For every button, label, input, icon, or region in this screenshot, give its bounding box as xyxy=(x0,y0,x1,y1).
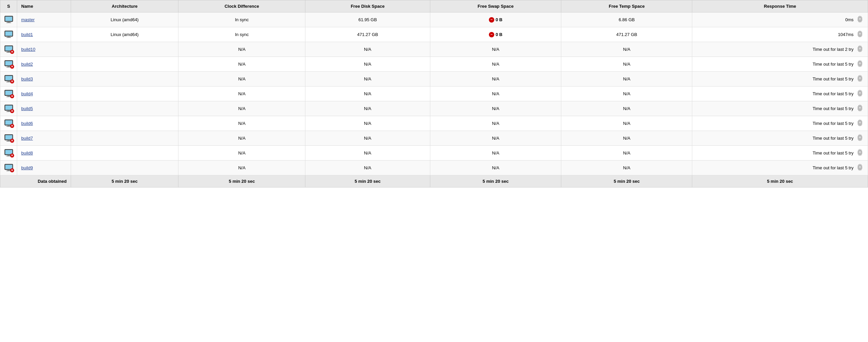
col-header-name: Name xyxy=(17,0,71,12)
gear-icon[interactable] xyxy=(856,15,864,24)
node-link[interactable]: build5 xyxy=(21,106,33,111)
temp-cell: N/A xyxy=(561,42,692,57)
svg-rect-26 xyxy=(7,81,10,82)
status-cell: ✕ xyxy=(0,101,17,116)
gear-icon[interactable] xyxy=(856,163,864,172)
status-icon: ✕ xyxy=(3,119,14,128)
disk-cell: N/A xyxy=(305,161,430,175)
swap-cell: N/A xyxy=(430,146,561,161)
node-link[interactable]: build7 xyxy=(21,136,33,141)
table-footer-row: Data obtained 5 min 20 sec 5 min 20 sec … xyxy=(0,175,868,187)
architecture-cell xyxy=(71,161,179,175)
clock-cell: N/A xyxy=(179,131,305,146)
status-cell: ✕ xyxy=(0,161,17,175)
temp-cell: 471.27 GB xyxy=(561,27,692,42)
node-name-cell: build2 xyxy=(17,57,71,72)
svg-point-17 xyxy=(859,48,861,50)
svg-rect-38 xyxy=(7,111,10,112)
node-link[interactable]: build1 xyxy=(21,32,33,37)
node-name-cell: build7 xyxy=(17,131,71,146)
status-icon: ✕ xyxy=(3,163,14,172)
clock-cell: N/A xyxy=(179,57,305,72)
gear-icon[interactable] xyxy=(856,134,864,143)
footer-response: 5 min 20 sec xyxy=(692,175,868,187)
table-row: ✕build6N/AN/AN/AN/ATime out for last 5 t… xyxy=(0,116,868,131)
swap-cell: N/A xyxy=(430,131,561,146)
temp-cell: 6.86 GB xyxy=(561,12,692,27)
nodes-table: S Name Architecture Clock Difference Fre… xyxy=(0,0,868,187)
response-cell: Time out for last 5 try xyxy=(692,87,868,101)
status-cell: ✕ xyxy=(0,116,17,131)
table-row: ✕build2N/AN/AN/AN/ATime out for last 5 t… xyxy=(0,57,868,72)
swap-cell: N/A xyxy=(430,116,561,131)
response-cell: Time out for last 5 try xyxy=(692,72,868,87)
response-time-value: Time out for last 5 try xyxy=(812,76,854,82)
gear-icon[interactable] xyxy=(856,149,864,158)
node-name-cell: build8 xyxy=(17,146,71,161)
node-link[interactable]: build2 xyxy=(21,62,33,67)
error-badge: ✕ xyxy=(10,50,14,54)
node-link[interactable]: master xyxy=(21,17,35,22)
disk-cell: N/A xyxy=(305,101,430,116)
node-link[interactable]: build10 xyxy=(21,47,35,52)
temp-cell: N/A xyxy=(561,146,692,161)
col-header-swap: Free Swap Space xyxy=(430,0,561,12)
temp-cell: N/A xyxy=(561,87,692,101)
zero-swap-badge: − 0 B xyxy=(489,17,502,23)
node-link[interactable]: build3 xyxy=(21,76,33,82)
svg-rect-2 xyxy=(7,22,10,23)
node-name-cell: build1 xyxy=(17,27,71,42)
table-header-row: S Name Architecture Clock Difference Fre… xyxy=(0,0,868,12)
zero-bytes-label: 0 B xyxy=(496,17,502,22)
svg-point-11 xyxy=(859,33,861,35)
response-time-value: Time out for last 5 try xyxy=(812,151,854,156)
footer-temp: 5 min 20 sec xyxy=(561,175,692,187)
temp-cell: N/A xyxy=(561,72,692,87)
gear-icon[interactable] xyxy=(856,119,864,128)
table-row: ✕build5N/AN/AN/AN/ATime out for last 5 t… xyxy=(0,101,868,116)
response-time-value: Time out for last 5 try xyxy=(812,136,854,141)
disk-cell: 471.27 GB xyxy=(305,27,430,42)
architecture-cell xyxy=(71,42,179,57)
swap-cell: N/A xyxy=(430,72,561,87)
footer-architecture: 5 min 20 sec xyxy=(71,175,179,187)
architecture-cell xyxy=(71,101,179,116)
gear-icon[interactable] xyxy=(856,104,864,113)
error-badge: ✕ xyxy=(10,168,14,172)
node-link[interactable]: build8 xyxy=(21,151,33,156)
temp-cell: N/A xyxy=(561,57,692,72)
clock-cell: N/A xyxy=(179,72,305,87)
node-link[interactable]: build6 xyxy=(21,121,33,126)
status-cell xyxy=(0,27,17,42)
swap-cell: − 0 B xyxy=(430,12,561,27)
svg-point-23 xyxy=(859,62,861,65)
svg-point-5 xyxy=(859,18,861,20)
gear-icon[interactable] xyxy=(856,45,864,54)
response-time-value: 1047ms xyxy=(838,32,854,37)
col-header-clock: Clock Difference xyxy=(179,0,305,12)
table-row: ✕build10N/AN/AN/AN/ATime out for last 2 … xyxy=(0,42,868,57)
svg-point-41 xyxy=(859,107,861,109)
gear-icon[interactable] xyxy=(856,74,864,84)
disk-cell: 61.95 GB xyxy=(305,12,430,27)
svg-rect-3 xyxy=(6,23,11,23)
svg-rect-20 xyxy=(7,66,10,67)
architecture-cell: Linux (amd64) xyxy=(71,27,179,42)
footer-label: Data obtained xyxy=(0,175,71,187)
status-icon: ✕ xyxy=(3,104,14,113)
node-link[interactable]: build9 xyxy=(21,165,33,170)
gear-icon[interactable] xyxy=(856,89,864,98)
col-header-response: Response Time xyxy=(692,0,868,12)
col-header-disk: Free Disk Space xyxy=(305,0,430,12)
node-link[interactable]: build4 xyxy=(21,91,33,96)
temp-cell: N/A xyxy=(561,131,692,146)
svg-rect-14 xyxy=(7,51,10,52)
gear-icon[interactable] xyxy=(856,60,864,69)
svg-rect-44 xyxy=(7,125,10,126)
svg-point-35 xyxy=(859,92,861,94)
status-cell: ✕ xyxy=(0,146,17,161)
clock-cell: In sync xyxy=(179,12,305,27)
status-icon: ✕ xyxy=(3,59,14,69)
table-row: ✕build8N/AN/AN/AN/ATime out for last 5 t… xyxy=(0,146,868,161)
gear-icon[interactable] xyxy=(856,30,864,39)
